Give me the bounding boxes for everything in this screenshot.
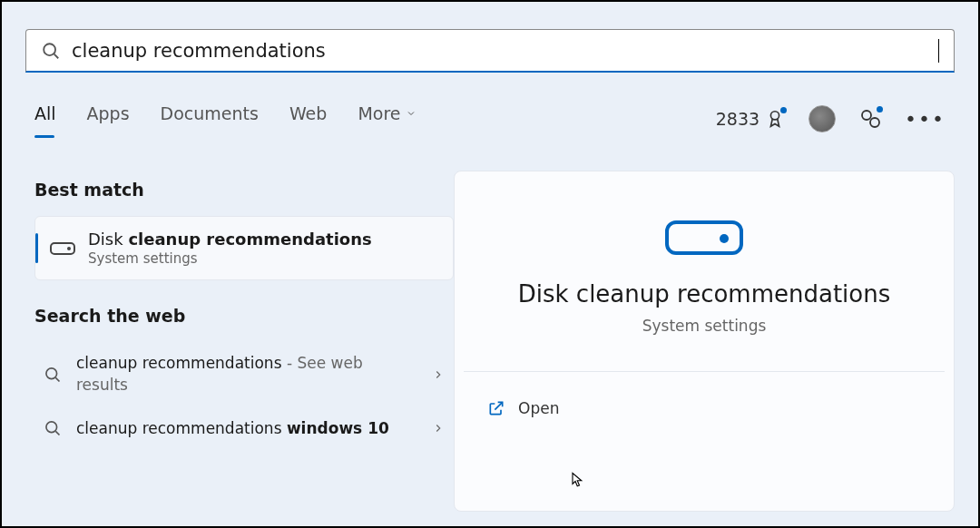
filter-row: All Apps Documents Web More 2833 ••• <box>34 103 946 134</box>
svg-line-1 <box>54 54 59 58</box>
svg-point-7 <box>46 422 57 433</box>
web-result-text: cleanup recommendations - See web result… <box>76 353 417 396</box>
tab-more-label: More <box>358 103 400 123</box>
tab-web[interactable]: Web <box>289 103 327 134</box>
detail-pane: Disk cleanup recommendations System sett… <box>454 171 955 512</box>
svg-line-8 <box>55 432 59 435</box>
svg-line-6 <box>55 377 59 381</box>
text-caret <box>938 39 939 63</box>
disk-icon <box>665 220 743 255</box>
chevron-right-icon <box>432 368 445 381</box>
points-value: 2833 <box>716 109 760 129</box>
disk-icon <box>50 242 75 255</box>
tab-all[interactable]: All <box>34 103 56 134</box>
tab-documents[interactable]: Documents <box>161 103 259 134</box>
detail-subtitle: System settings <box>482 317 926 335</box>
search-bar[interactable] <box>25 29 955 73</box>
chevron-right-icon <box>432 422 445 435</box>
best-match-result[interactable]: Disk cleanup recommendations System sett… <box>34 216 454 280</box>
more-options-button[interactable]: ••• <box>905 108 946 131</box>
filter-tabs: All Apps Documents Web More <box>34 103 416 134</box>
svg-point-2 <box>770 112 779 120</box>
notification-dot <box>877 106 883 112</box>
chevron-down-icon <box>406 108 416 119</box>
best-match-title: Disk cleanup recommendations <box>88 230 372 249</box>
tab-apps[interactable]: Apps <box>87 103 130 134</box>
search-web-header: Search the web <box>34 306 454 326</box>
chat-icon[interactable] <box>859 108 881 130</box>
svg-point-5 <box>46 368 57 379</box>
search-input[interactable] <box>72 40 940 62</box>
rewards-points[interactable]: 2833 <box>716 109 785 129</box>
avatar[interactable] <box>808 105 836 132</box>
web-result-text: cleanup recommendations windows 10 <box>76 418 417 440</box>
best-match-header: Best match <box>34 180 454 200</box>
search-icon <box>44 419 62 437</box>
tab-more[interactable]: More <box>358 103 416 134</box>
web-result-0[interactable]: cleanup recommendations - See web result… <box>34 342 454 407</box>
best-prefix: Disk <box>88 230 128 249</box>
web-bold-suffix: windows 10 <box>287 419 389 437</box>
open-external-icon <box>487 399 505 417</box>
web-term: cleanup recommendations <box>76 419 287 437</box>
best-match-subtitle: System settings <box>88 250 372 267</box>
detail-title: Disk cleanup recommendations <box>482 280 926 308</box>
medal-icon <box>765 109 785 129</box>
best-bold: cleanup recommendations <box>128 230 371 249</box>
best-match-text: Disk cleanup recommendations System sett… <box>88 230 372 267</box>
header-right-controls: 2833 ••• <box>716 105 946 132</box>
svg-point-3 <box>862 111 871 120</box>
search-icon <box>44 366 62 384</box>
search-icon <box>41 41 61 61</box>
svg-point-0 <box>44 44 55 55</box>
notification-dot <box>780 107 787 113</box>
svg-point-4 <box>870 118 879 127</box>
open-action[interactable]: Open <box>482 390 926 426</box>
divider <box>464 371 945 372</box>
web-result-1[interactable]: cleanup recommendations windows 10 <box>34 407 454 451</box>
open-label: Open <box>518 399 559 417</box>
web-term: cleanup recommendations <box>76 354 282 372</box>
results-pane: Best match Disk cleanup recommendations … <box>34 180 454 450</box>
